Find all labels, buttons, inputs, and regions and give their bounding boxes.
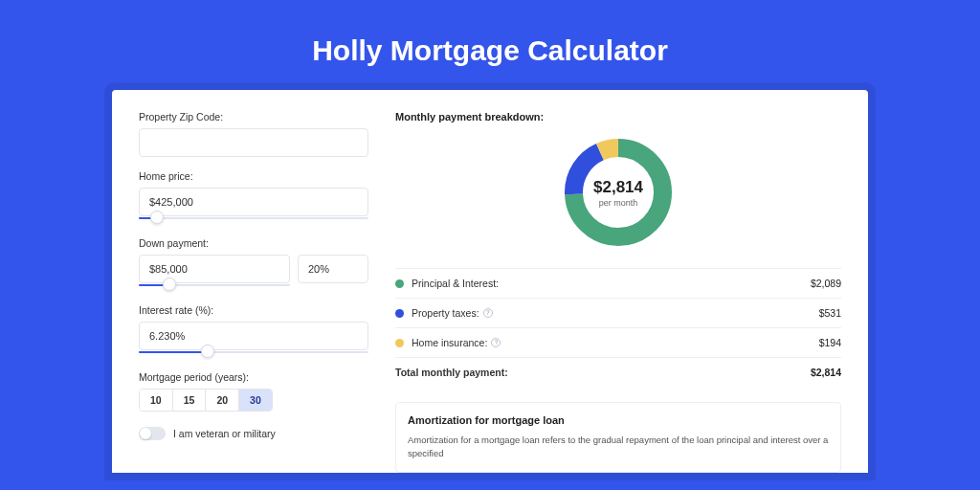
- breakdown-row: Home insurance:?$194: [395, 328, 841, 358]
- total-label: Total monthly payment:: [395, 367, 508, 378]
- toggle-knob: [140, 428, 151, 439]
- period-option-20[interactable]: 20: [206, 390, 239, 411]
- total-value: $2,814: [811, 367, 841, 378]
- breakdown-label: Property taxes:: [412, 307, 479, 319]
- info-icon[interactable]: ?: [483, 308, 493, 318]
- amortization-card: Amortization for mortgage loan Amortizat…: [395, 402, 841, 473]
- veteran-toggle[interactable]: [139, 427, 166, 440]
- home-price-field: Home price:: [139, 170, 368, 224]
- interest-slider[interactable]: [139, 348, 368, 358]
- period-segmented: 10152030: [139, 389, 273, 412]
- info-icon[interactable]: ?: [491, 338, 501, 347]
- zip-field: Property Zip Code:: [139, 111, 368, 157]
- donut-sub: per month: [599, 198, 638, 208]
- interest-field: Interest rate (%):: [139, 304, 368, 358]
- breakdown-title: Monthly payment breakdown:: [395, 111, 841, 122]
- down-payment-pct-input[interactable]: [298, 255, 368, 283]
- period-option-10[interactable]: 10: [140, 390, 173, 411]
- breakdown-label: Home insurance:: [412, 337, 487, 348]
- breakdown-label: Principal & Interest:: [412, 278, 499, 289]
- home-price-label: Home price:: [139, 170, 368, 182]
- down-payment-field: Down payment:: [139, 237, 368, 291]
- zip-label: Property Zip Code:: [139, 111, 368, 122]
- veteran-row: I am veteran or military: [139, 427, 368, 440]
- calculator-card: Property Zip Code: Home price: Down paym…: [112, 90, 868, 473]
- home-price-slider[interactable]: [139, 214, 368, 224]
- results-panel: Monthly payment breakdown: $2,814 per mo…: [395, 111, 841, 473]
- donut-total: $2,814: [593, 178, 643, 197]
- breakdown-value: $194: [819, 337, 841, 348]
- legend-dot: [395, 279, 404, 288]
- interest-label: Interest rate (%):: [139, 304, 368, 316]
- input-panel: Property Zip Code: Home price: Down paym…: [139, 111, 368, 473]
- breakdown-row: Principal & Interest:$2,089: [395, 269, 841, 299]
- breakdown-row: Property taxes:?$531: [395, 299, 841, 328]
- breakdown-value: $531: [819, 307, 841, 319]
- breakdown-total-row: Total monthly payment:$2,814: [395, 358, 841, 387]
- legend-dot: [395, 339, 404, 347]
- down-payment-label: Down payment:: [139, 237, 368, 249]
- period-field: Mortgage period (years): 10152030: [139, 371, 368, 412]
- zip-input[interactable]: [139, 128, 368, 157]
- period-label: Mortgage period (years):: [139, 371, 368, 383]
- donut-chart: $2,814 per month: [395, 134, 841, 251]
- veteran-label: I am veteran or military: [173, 428, 276, 439]
- legend-dot: [395, 309, 404, 318]
- home-price-input[interactable]: [139, 188, 368, 216]
- page-title: Holly Mortgage Calculator: [0, 0, 980, 90]
- breakdown-list: Principal & Interest:$2,089Property taxe…: [395, 268, 841, 387]
- breakdown-value: $2,089: [811, 278, 841, 289]
- period-option-15[interactable]: 15: [173, 390, 207, 411]
- period-option-30[interactable]: 30: [239, 390, 272, 411]
- down-payment-slider[interactable]: [139, 281, 290, 291]
- down-payment-input[interactable]: [139, 255, 290, 283]
- amortization-title: Amortization for mortgage loan: [408, 414, 829, 426]
- interest-input[interactable]: [139, 322, 368, 350]
- amortization-body: Amortization for a mortgage loan refers …: [408, 434, 829, 460]
